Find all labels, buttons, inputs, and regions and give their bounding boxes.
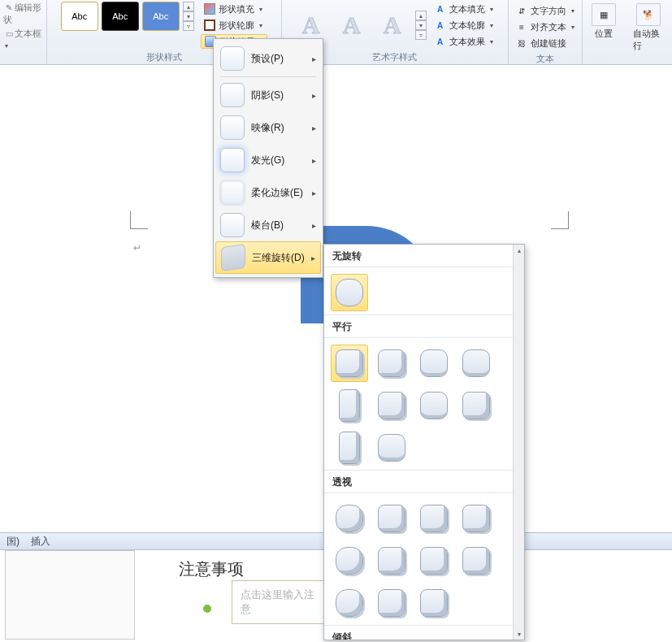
rotation-parallel-tile[interactable] (373, 429, 410, 466)
menu-separator (220, 76, 316, 77)
wordart-preset-2[interactable]: A (334, 9, 370, 41)
wrap-text-button[interactable]: 🐕 自动换行 (628, 2, 669, 54)
create-link-button[interactable]: ⛓创建链接 (513, 36, 578, 50)
expand-gallery-icon[interactable]: ▿ (415, 30, 427, 40)
rotation-none-tile[interactable] (331, 274, 368, 311)
edit-shape-icon: ✎ (3, 2, 15, 14)
text-fill-button[interactable]: A文本填充▾ (431, 2, 496, 16)
rotation-perspective-tile[interactable] (457, 542, 495, 579)
shape-style-preset-2[interactable]: Abc (102, 2, 139, 31)
ribbon-group-label (3, 50, 43, 65)
textbox-icon: ▭ (3, 28, 15, 40)
scroll-up-icon[interactable]: ▴ (514, 245, 524, 256)
rotation-parallel-tile[interactable] (415, 345, 453, 382)
text-direction-icon: ⇵ (516, 5, 527, 16)
menu-item-soft-edges[interactable]: 柔化边缘(E) ▸ (215, 176, 321, 209)
bevel-icon (220, 213, 245, 237)
gallery-section-perspective: 透视 (324, 470, 513, 493)
text-outline-button[interactable]: A文本轮廓▾ (431, 18, 496, 33)
shape-style-preset-1[interactable]: Abc (61, 2, 98, 31)
textbox-button[interactable]: ▭文本框 ▾ (3, 28, 43, 50)
rotation-perspective-tile[interactable] (457, 500, 495, 537)
text-effects-button[interactable]: A文本效果▾ (431, 34, 496, 49)
ribbon: ✎编辑形状 ▭文本框 ▾ Abc Abc Abc ▴ ▾ ▿ 形状填充▾ 形状轮… (0, 0, 672, 65)
ribbon-group-wrap: 🐕 自动换行 (625, 0, 672, 64)
rotation-perspective-tile[interactable] (373, 542, 410, 579)
wrap-icon: 🐕 (636, 3, 661, 26)
reflection-icon (220, 115, 245, 140)
wordart-preset-1[interactable]: A (293, 9, 329, 41)
rotation-parallel-tile[interactable] (331, 387, 368, 424)
chevron-down-icon: ▾ (5, 42, 8, 50)
rotation-perspective-tile[interactable] (373, 584, 410, 622)
rotation-perspective-tile[interactable] (331, 500, 368, 537)
chevron-up-icon[interactable]: ▴ (183, 2, 194, 11)
rotation-parallel-tile[interactable] (373, 345, 410, 382)
preset-icon (220, 46, 245, 71)
ribbon-group-insert-shapes: ✎编辑形状 ▭文本框 ▾ (0, 0, 47, 64)
menu-item-shadow[interactable]: 阴影(S) ▸ (215, 79, 321, 111)
wordart-gallery-nav[interactable]: ▴ ▾ ▿ (415, 11, 427, 40)
shape-fill-button[interactable]: 形状填充▾ (201, 2, 267, 16)
shape-effects-menu: 预设(P) ▸ 阴影(S) ▸ 映像(R) ▸ 发光(G) ▸ 柔化边缘(E) … (213, 38, 323, 278)
position-icon: ▦ (592, 3, 616, 26)
notes-placeholder-input[interactable]: 点击这里输入注意 (232, 580, 329, 624)
glow-icon (220, 148, 245, 172)
shape-style-preset-3[interactable]: Abc (142, 2, 180, 31)
chevron-right-icon: ▸ (311, 254, 315, 262)
status-tab-insert[interactable]: 插入 (31, 535, 50, 549)
expand-gallery-icon[interactable]: ▿ (183, 21, 194, 31)
rotation-perspective-tile[interactable] (331, 542, 368, 579)
chevron-right-icon: ▸ (312, 91, 316, 100)
align-text-icon: ≡ (516, 21, 527, 33)
gallery-scrollbar[interactable]: ▴ ▾ (513, 245, 524, 640)
rotation-parallel-tile[interactable] (331, 345, 368, 382)
gallery-section-no-rotation: 无旋转 (324, 245, 513, 267)
chevron-up-icon[interactable]: ▴ (415, 11, 427, 20)
menu-item-bevel[interactable]: 棱台(B) ▸ (215, 209, 321, 241)
link-icon: ⛓ (516, 37, 527, 49)
rotation-parallel-tile[interactable] (457, 387, 495, 424)
shape-outline-button[interactable]: 形状轮廓▾ (201, 18, 267, 33)
chevron-right-icon: ▸ (312, 156, 316, 165)
rotation-parallel-tile[interactable] (457, 345, 495, 382)
chevron-down-icon[interactable]: ▾ (183, 11, 194, 21)
menu-item-3d-rotation[interactable]: 三维旋转(D) ▸ (215, 241, 321, 274)
crop-mark-top-left (130, 211, 148, 229)
rotation-3d-gallery: ▴ ▾ 无旋转 平行 透视 (323, 244, 525, 640)
rotation-perspective-tile[interactable] (331, 584, 368, 622)
text-fill-icon: A (435, 3, 446, 15)
fill-icon (204, 3, 215, 15)
rotation-parallel-tile[interactable] (373, 387, 410, 424)
rotation-parallel-tile[interactable] (415, 387, 453, 424)
menu-item-preset[interactable]: 预设(P) ▸ (215, 42, 321, 75)
rotation-perspective-tile[interactable] (373, 500, 410, 537)
soft-edges-icon (220, 180, 245, 205)
gallery-section-oblique: 倾斜 (324, 625, 513, 640)
rotation3d-icon (221, 244, 245, 271)
edit-shape-button[interactable]: ✎编辑形状 (3, 2, 43, 26)
chevron-right-icon: ▸ (312, 189, 316, 197)
rotation-perspective-tile[interactable] (415, 542, 453, 579)
crop-mark-top-right (551, 211, 569, 229)
rotation-perspective-tile[interactable] (415, 500, 453, 537)
text-direction-button[interactable]: ⇵文字方向▾ (513, 3, 578, 18)
menu-item-reflection[interactable]: 映像(R) ▸ (215, 111, 321, 144)
chevron-right-icon: ▸ (312, 124, 316, 132)
align-text-button[interactable]: ≡对齐文本▾ (513, 20, 578, 34)
text-effects-icon: A (435, 36, 446, 47)
chevron-down-icon[interactable]: ▾ (415, 20, 427, 30)
slide-thumbnail[interactable] (5, 550, 135, 640)
menu-item-glow[interactable]: 发光(G) ▸ (215, 144, 321, 176)
wordart-preset-3[interactable]: A (375, 9, 410, 41)
shape-style-gallery-nav[interactable]: ▴ ▾ ▿ (183, 2, 194, 31)
rotation-perspective-tile[interactable] (415, 584, 453, 622)
rotation-parallel-tile[interactable] (331, 429, 368, 466)
text-outline-icon: A (435, 20, 446, 31)
position-button[interactable]: ▦ 位置 (587, 2, 621, 41)
ribbon-group-position: ▦ 位置 (583, 0, 625, 64)
chevron-down-icon: ▾ (259, 22, 262, 29)
ribbon-group-text: ⇵文字方向▾ ≡对齐文本▾ ⛓创建链接 文本 (509, 0, 583, 64)
status-tab[interactable]: 国) (7, 535, 20, 549)
scroll-down-icon[interactable]: ▾ (514, 628, 524, 640)
